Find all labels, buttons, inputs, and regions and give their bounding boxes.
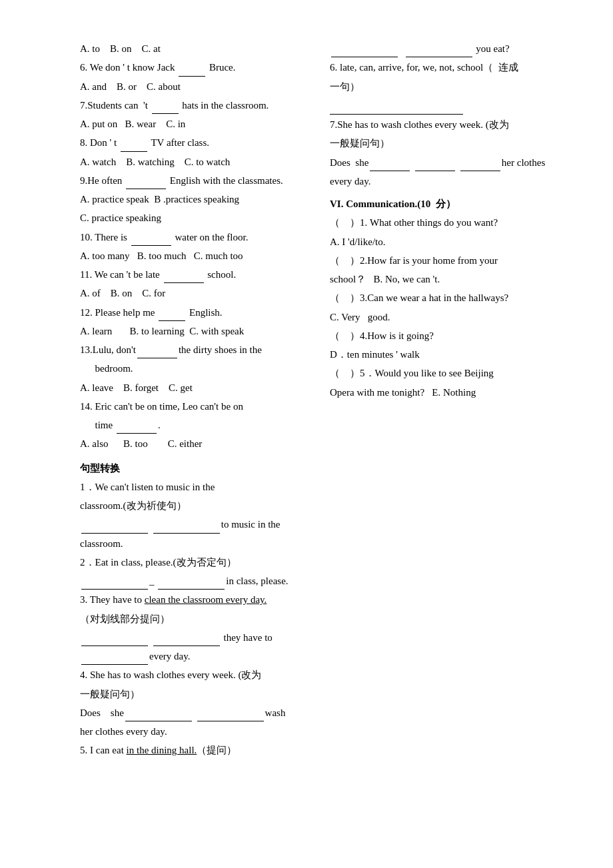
left-line-30: （对划线部分提问） (80, 610, 310, 628)
left-line-29: 3. They have to clean the classroom ever… (80, 591, 310, 608)
left-line-6: 8. Don ' t TV after class. (80, 134, 310, 151)
left-line-5: A. put on B. wear C. in (80, 115, 310, 133)
right-line-6: 一般疑问句） (330, 135, 560, 152)
left-line-2: 6. We don ' t know Jack Bruce. (80, 59, 310, 76)
right-line-13: school？ B. No, we can 't. (330, 270, 560, 288)
right-line-3: 一句） (330, 78, 560, 95)
right-line-14: （ ）3.Can we wear a hat in the hallways? (330, 289, 560, 306)
left-line-35: her clothes every day. (80, 723, 310, 740)
left-line-27: 2．Eat in class, please.(改为否定句） (80, 554, 310, 571)
right-line-11: A. I 'd/like/to. (330, 233, 560, 250)
right-line-10: （ ）1. What other things do you want? (330, 214, 560, 231)
right-line-8: every day. (330, 173, 560, 190)
right-line-5: 7.She has to wash clothes every week. (改… (330, 116, 560, 133)
left-line-1: A. to B. on C. at (80, 40, 310, 57)
left-line-10: C. practice speaking (80, 209, 310, 226)
left-line-16: A. learn B. to learning C. with speak (80, 322, 310, 340)
left-line-31a: they have to (80, 629, 310, 646)
right-line-18: （ ）5．Would you like to see Beijing (330, 364, 560, 382)
section-title-left: 句型转换 (80, 460, 310, 477)
left-line-7: A. watch B. watching C. to watch (80, 153, 310, 171)
right-line-15: C. Very good. (330, 308, 560, 326)
left-line-18: bedroom. (80, 360, 310, 377)
main-content: A. to B. on C. at 6. We don ' t know Jac… (80, 40, 560, 761)
left-column: A. to B. on C. at 6. We don ' t know Jac… (80, 40, 310, 761)
left-line-20: 14. Eric can't be on time, Leo can't be … (80, 398, 310, 415)
left-line-22: A. also B. too C. either (80, 435, 310, 452)
left-line-24: 1．We can't listen to music in the (80, 478, 310, 496)
left-line-8: 9.He often English with the classmates. (80, 172, 310, 189)
left-line-33: 一般疑问句） (80, 685, 310, 703)
left-line-36: 5. I can eat in the dining hall.（提问） (80, 741, 310, 759)
right-line-1: you eat? (330, 40, 560, 57)
right-line-16: （ ）4.How is it going? (330, 327, 560, 344)
right-column: you eat? 6. late, can, arrive, for, we, … (330, 40, 560, 761)
left-line-14: A. of B. on C. for (80, 284, 310, 302)
left-line-19: A. leave B. forget C. get (80, 379, 310, 396)
left-line-3: A. and B. or C. about (80, 78, 310, 95)
left-line-11: 10. There is water on the floor. (80, 228, 310, 246)
left-line-15: 12. Please help me English. (80, 304, 310, 321)
left-line-31b: every day. (80, 648, 310, 665)
left-line-21: time . (80, 416, 310, 434)
left-line-13: 11. We can 't be late school. (80, 266, 310, 283)
left-line-4: 7.Students can 't hats in the classroom. (80, 97, 310, 114)
left-line-26b: classroom. (80, 535, 310, 552)
left-line-32: 4. She has to wash clothes every week. (… (80, 666, 310, 683)
left-line-12: A. too many B. too much C. much too (80, 247, 310, 264)
left-line-34: Does she wash (80, 704, 310, 721)
left-line-9: A. practice speak B .practices speaking (80, 191, 310, 208)
right-line-7: Does she her clothes (330, 154, 560, 171)
right-line-9: VI. Communication.(10 分） (330, 195, 560, 213)
right-line-4 (330, 97, 560, 115)
left-line-17: 13.Lulu, don'tthe dirty shoes in the (80, 341, 310, 358)
right-line-12: （ ）2.How far is your home from your (330, 252, 560, 269)
left-line-25: classroom.(改为祈使句） (80, 497, 310, 514)
right-line-17: D．ten minutes ' walk (330, 346, 560, 363)
right-line-19: Opera with me tonight? E. Nothing (330, 384, 560, 401)
right-line-2: 6. late, can, arrive, for, we, not, scho… (330, 59, 560, 76)
left-line-26a: to music in the (80, 516, 310, 533)
left-line-28: _ in class, please. (80, 572, 310, 590)
